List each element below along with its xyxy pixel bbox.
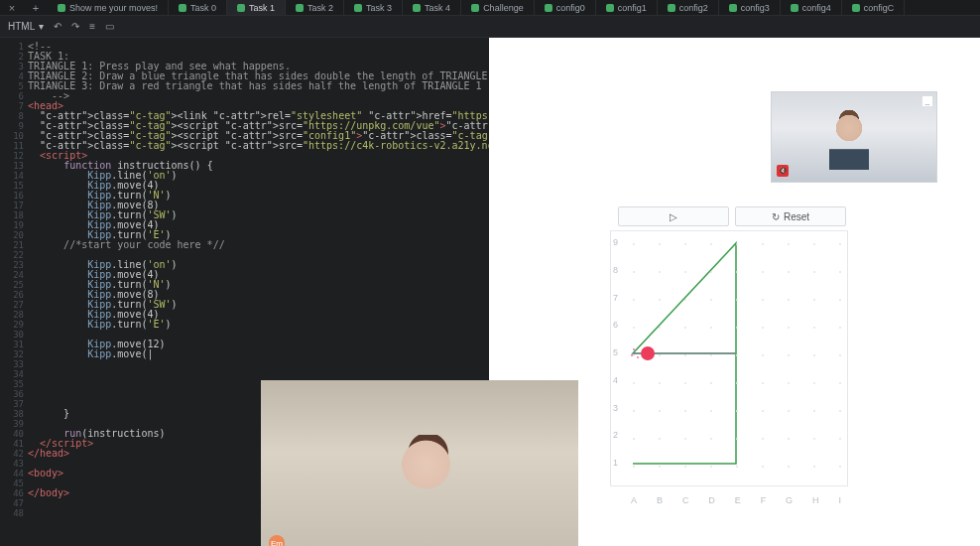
close-icon[interactable]: _ <box>922 96 932 106</box>
code-editor[interactable]: 1234567891011121314151617181920212223242… <box>0 38 489 546</box>
format-button[interactable]: ≡ <box>89 21 95 32</box>
tab-config0[interactable]: config0 <box>535 0 596 15</box>
doc-icon <box>668 4 675 12</box>
robot-grid: 987654321 ABCDEFGHI <box>610 230 848 486</box>
tab-task0[interactable]: Task 0 <box>169 0 227 15</box>
tab-task1[interactable]: Task 1 <box>227 0 286 15</box>
control-strip: ▷ ↻ Reset <box>618 206 846 226</box>
tab-label: config4 <box>802 3 831 13</box>
tab-label: Task 3 <box>366 3 392 13</box>
grid-y-axis: 987654321 <box>613 237 618 468</box>
tab-label: Show me your moves! <box>69 3 158 13</box>
reset-button[interactable]: ↻ Reset <box>735 206 846 226</box>
syntax-label: HTML <box>8 21 35 32</box>
participant-badge: Em <box>269 535 285 546</box>
reset-label: Reset <box>784 211 809 222</box>
undo-button[interactable]: ↶ <box>54 21 61 32</box>
doc-icon <box>791 4 798 12</box>
mute-icon: 🔇 <box>777 165 789 177</box>
tab-label: config2 <box>679 3 708 13</box>
redo-button[interactable]: ↷ <box>71 21 79 32</box>
tab-label: Task 1 <box>249 3 275 13</box>
doc-icon <box>237 4 245 12</box>
editor-toolbar: HTML ▾ ↶ ↷ ≡ ▭ <box>0 16 980 38</box>
doc-icon <box>852 4 860 12</box>
video-participant-2[interactable]: _ 🔇 <box>771 91 937 183</box>
video-participant-1[interactable]: Em <box>261 380 578 546</box>
tab-bar: × + Show me your moves! Task 0 Task 1 Ta… <box>0 0 980 16</box>
doc-icon <box>413 4 421 12</box>
tab-label: config1 <box>618 3 647 13</box>
tab-label: config3 <box>741 3 770 13</box>
tab-label: Task 0 <box>190 3 216 13</box>
tab-showme[interactable]: Show me your moves! <box>48 0 169 15</box>
tab-label: config0 <box>556 3 585 13</box>
tab-challenge[interactable]: Challenge <box>461 0 535 15</box>
doc-icon <box>606 4 614 12</box>
doc-icon <box>729 4 737 12</box>
close-tab-button[interactable]: × <box>0 2 24 14</box>
tab-configC[interactable]: configC <box>842 0 906 15</box>
grid-canvas <box>627 237 841 470</box>
preview-button[interactable]: ▭ <box>105 21 114 32</box>
syntax-select[interactable]: HTML ▾ <box>8 21 44 32</box>
play-icon: ▷ <box>670 211 677 222</box>
tab-label: Challenge <box>483 3 524 13</box>
tab-config4[interactable]: config4 <box>781 0 842 15</box>
tab-label: Task 4 <box>425 3 450 13</box>
doc-icon <box>545 4 552 12</box>
main-split: 1234567891011121314151617181920212223242… <box>0 38 980 546</box>
doc-icon <box>179 4 186 12</box>
grid-x-axis: ABCDEFGHI <box>631 495 841 505</box>
doc-icon <box>354 4 362 12</box>
robot-marker <box>641 346 655 360</box>
doc-icon <box>58 4 65 12</box>
tab-task2[interactable]: Task 2 <box>286 0 344 15</box>
spark-icon <box>633 348 635 350</box>
tab-config1[interactable]: config1 <box>596 0 658 15</box>
tab-label: configC <box>864 3 895 13</box>
doc-icon <box>471 4 479 12</box>
play-button[interactable]: ▷ <box>618 206 729 226</box>
tab-config2[interactable]: config2 <box>658 0 719 15</box>
reset-icon: ↻ <box>772 211 780 222</box>
doc-icon <box>296 4 304 12</box>
tab-config3[interactable]: config3 <box>719 0 781 15</box>
tab-task3[interactable]: Task 3 <box>344 0 403 15</box>
chevron-down-icon: ▾ <box>39 21 44 32</box>
new-tab-button[interactable]: + <box>24 2 48 14</box>
spark-icon <box>637 356 639 358</box>
tab-task4[interactable]: Task 4 <box>403 0 461 15</box>
tab-label: Task 2 <box>307 3 333 13</box>
